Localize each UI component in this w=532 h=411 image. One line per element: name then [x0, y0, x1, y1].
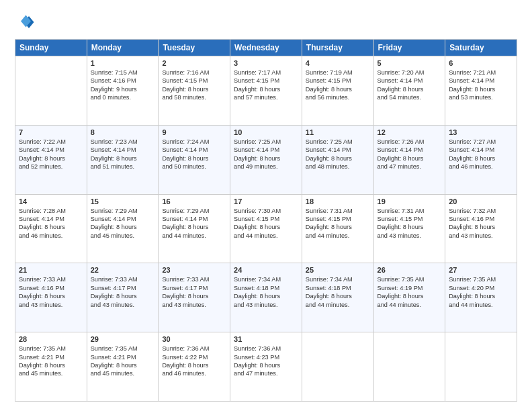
- day-number: 18: [306, 197, 370, 205]
- calendar-cell: 13Sunrise: 7:27 AM Sunset: 4:14 PM Dayli…: [445, 125, 517, 194]
- calendar-cell: 22Sunrise: 7:33 AM Sunset: 4:17 PM Dayli…: [87, 263, 159, 332]
- calendar-cell: 28Sunrise: 7:35 AM Sunset: 4:21 PM Dayli…: [15, 332, 87, 402]
- calendar-cell: 6Sunrise: 7:21 AM Sunset: 4:14 PM Daylig…: [445, 56, 517, 126]
- calendar-cell: 3Sunrise: 7:17 AM Sunset: 4:15 PM Daylig…: [230, 56, 302, 126]
- cell-content: Sunrise: 7:19 AM Sunset: 4:15 PM Dayligh…: [306, 68, 370, 102]
- day-number: 28: [19, 335, 83, 343]
- calendar-cell: 7Sunrise: 7:22 AM Sunset: 4:14 PM Daylig…: [15, 125, 87, 194]
- cell-content: Sunrise: 7:27 AM Sunset: 4:14 PM Dayligh…: [449, 138, 513, 171]
- cell-content: Sunrise: 7:33 AM Sunset: 4:16 PM Dayligh…: [19, 275, 83, 309]
- calendar-cell: 8Sunrise: 7:23 AM Sunset: 4:14 PM Daylig…: [87, 125, 159, 194]
- cell-content: Sunrise: 7:34 AM Sunset: 4:18 PM Dayligh…: [306, 275, 370, 309]
- day-number: 6: [449, 59, 513, 67]
- cell-content: Sunrise: 7:20 AM Sunset: 4:14 PM Dayligh…: [378, 68, 442, 102]
- day-number: 8: [91, 128, 155, 136]
- cell-content: Sunrise: 7:35 AM Sunset: 4:19 PM Dayligh…: [378, 275, 442, 309]
- calendar-header-row: SundayMondayTuesdayWednesdayThursdayFrid…: [15, 40, 517, 56]
- calendar-cell: [445, 332, 517, 402]
- calendar-cell: 15Sunrise: 7:29 AM Sunset: 4:14 PM Dayli…: [87, 194, 159, 263]
- day-number: 20: [449, 197, 513, 205]
- cell-content: Sunrise: 7:32 AM Sunset: 4:16 PM Dayligh…: [449, 207, 513, 240]
- calendar-cell: 25Sunrise: 7:34 AM Sunset: 4:18 PM Dayli…: [302, 263, 373, 332]
- col-header-monday: Monday: [87, 40, 159, 56]
- cell-content: Sunrise: 7:30 AM Sunset: 4:15 PM Dayligh…: [234, 207, 298, 240]
- cell-content: Sunrise: 7:25 AM Sunset: 4:14 PM Dayligh…: [306, 138, 370, 171]
- cell-content: Sunrise: 7:36 AM Sunset: 4:23 PM Dayligh…: [234, 345, 298, 378]
- cell-content: Sunrise: 7:35 AM Sunset: 4:21 PM Dayligh…: [19, 345, 83, 378]
- calendar-cell: 11Sunrise: 7:25 AM Sunset: 4:14 PM Dayli…: [302, 125, 373, 194]
- col-header-tuesday: Tuesday: [159, 40, 230, 56]
- cell-content: Sunrise: 7:24 AM Sunset: 4:14 PM Dayligh…: [162, 138, 226, 171]
- cell-content: Sunrise: 7:33 AM Sunset: 4:17 PM Dayligh…: [162, 275, 226, 309]
- cell-content: Sunrise: 7:29 AM Sunset: 4:14 PM Dayligh…: [162, 207, 226, 240]
- day-number: 21: [19, 266, 83, 274]
- calendar-cell: 23Sunrise: 7:33 AM Sunset: 4:17 PM Dayli…: [159, 263, 230, 332]
- page: SundayMondayTuesdayWednesdayThursdayFrid…: [0, 0, 532, 411]
- day-number: 17: [234, 197, 298, 205]
- calendar-cell: 20Sunrise: 7:32 AM Sunset: 4:16 PM Dayli…: [445, 194, 517, 263]
- calendar-cell: 26Sunrise: 7:35 AM Sunset: 4:19 PM Dayli…: [373, 263, 445, 332]
- day-number: 1: [91, 59, 155, 67]
- calendar-cell: 18Sunrise: 7:31 AM Sunset: 4:15 PM Dayli…: [302, 194, 373, 263]
- calendar-cell: 21Sunrise: 7:33 AM Sunset: 4:16 PM Dayli…: [15, 263, 87, 332]
- calendar-cell: 17Sunrise: 7:30 AM Sunset: 4:15 PM Dayli…: [230, 194, 302, 263]
- header: [15, 12, 517, 32]
- cell-content: Sunrise: 7:36 AM Sunset: 4:22 PM Dayligh…: [162, 345, 226, 378]
- week-row-2: 7Sunrise: 7:22 AM Sunset: 4:14 PM Daylig…: [15, 125, 517, 194]
- day-number: 31: [234, 335, 298, 343]
- day-number: 10: [234, 128, 298, 136]
- logo: [15, 12, 39, 32]
- cell-content: Sunrise: 7:31 AM Sunset: 4:15 PM Dayligh…: [306, 207, 370, 240]
- cell-content: Sunrise: 7:15 AM Sunset: 4:16 PM Dayligh…: [91, 68, 155, 102]
- cell-content: Sunrise: 7:33 AM Sunset: 4:17 PM Dayligh…: [91, 275, 155, 309]
- day-number: 12: [378, 128, 442, 136]
- cell-content: Sunrise: 7:23 AM Sunset: 4:14 PM Dayligh…: [91, 138, 155, 171]
- calendar-cell: 9Sunrise: 7:24 AM Sunset: 4:14 PM Daylig…: [159, 125, 230, 194]
- week-row-4: 21Sunrise: 7:33 AM Sunset: 4:16 PM Dayli…: [15, 263, 517, 332]
- calendar-cell: 30Sunrise: 7:36 AM Sunset: 4:22 PM Dayli…: [159, 332, 230, 402]
- cell-content: Sunrise: 7:22 AM Sunset: 4:14 PM Dayligh…: [19, 138, 83, 171]
- calendar-cell: 5Sunrise: 7:20 AM Sunset: 4:14 PM Daylig…: [373, 56, 445, 126]
- cell-content: Sunrise: 7:31 AM Sunset: 4:15 PM Dayligh…: [378, 207, 442, 240]
- day-number: 30: [162, 335, 226, 343]
- calendar-cell: 16Sunrise: 7:29 AM Sunset: 4:14 PM Dayli…: [159, 194, 230, 263]
- calendar-cell: [373, 332, 445, 402]
- calendar-cell: 14Sunrise: 7:28 AM Sunset: 4:14 PM Dayli…: [15, 194, 87, 263]
- day-number: 4: [306, 59, 370, 67]
- day-number: 15: [91, 197, 155, 205]
- day-number: 7: [19, 128, 83, 136]
- day-number: 14: [19, 197, 83, 205]
- calendar-cell: [15, 56, 87, 126]
- cell-content: Sunrise: 7:25 AM Sunset: 4:14 PM Dayligh…: [234, 138, 298, 171]
- week-row-5: 28Sunrise: 7:35 AM Sunset: 4:21 PM Dayli…: [15, 332, 517, 402]
- day-number: 5: [378, 59, 442, 67]
- cell-content: Sunrise: 7:16 AM Sunset: 4:15 PM Dayligh…: [162, 68, 226, 102]
- col-header-sunday: Sunday: [15, 40, 87, 56]
- cell-content: Sunrise: 7:34 AM Sunset: 4:18 PM Dayligh…: [234, 275, 298, 309]
- day-number: 13: [449, 128, 513, 136]
- day-number: 22: [91, 266, 155, 274]
- col-header-friday: Friday: [373, 40, 445, 56]
- day-number: 9: [162, 128, 226, 136]
- cell-content: Sunrise: 7:29 AM Sunset: 4:14 PM Dayligh…: [91, 207, 155, 240]
- calendar-cell: 10Sunrise: 7:25 AM Sunset: 4:14 PM Dayli…: [230, 125, 302, 194]
- calendar-cell: 2Sunrise: 7:16 AM Sunset: 4:15 PM Daylig…: [159, 56, 230, 126]
- day-number: 3: [234, 59, 298, 67]
- calendar-cell: 27Sunrise: 7:35 AM Sunset: 4:20 PM Dayli…: [445, 263, 517, 332]
- col-header-thursday: Thursday: [302, 40, 373, 56]
- calendar-cell: 1Sunrise: 7:15 AM Sunset: 4:16 PM Daylig…: [87, 56, 159, 126]
- cell-content: Sunrise: 7:26 AM Sunset: 4:14 PM Dayligh…: [378, 138, 442, 171]
- day-number: 26: [378, 266, 442, 274]
- cell-content: Sunrise: 7:17 AM Sunset: 4:15 PM Dayligh…: [234, 68, 298, 102]
- calendar-cell: 12Sunrise: 7:26 AM Sunset: 4:14 PM Dayli…: [373, 125, 445, 194]
- calendar-cell: 31Sunrise: 7:36 AM Sunset: 4:23 PM Dayli…: [230, 332, 302, 402]
- calendar-cell: 19Sunrise: 7:31 AM Sunset: 4:15 PM Dayli…: [373, 194, 445, 263]
- day-number: 24: [234, 266, 298, 274]
- week-row-1: 1Sunrise: 7:15 AM Sunset: 4:16 PM Daylig…: [15, 56, 517, 126]
- cell-content: Sunrise: 7:35 AM Sunset: 4:20 PM Dayligh…: [449, 275, 513, 309]
- day-number: 11: [306, 128, 370, 136]
- calendar-cell: [302, 332, 373, 402]
- logo-icon: [15, 12, 35, 32]
- cell-content: Sunrise: 7:21 AM Sunset: 4:14 PM Dayligh…: [449, 68, 513, 102]
- day-number: 2: [162, 59, 226, 67]
